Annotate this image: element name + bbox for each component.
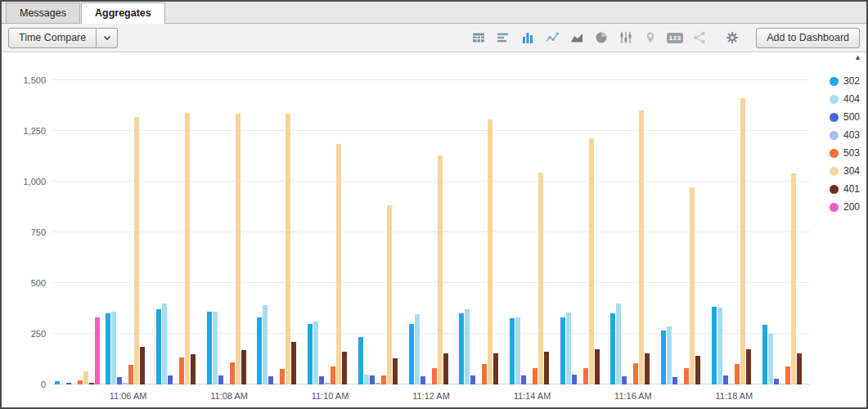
bar-403[interactable] — [578, 384, 582, 384]
bar-503[interactable] — [331, 366, 335, 384]
bar-401[interactable] — [645, 353, 650, 384]
bar-403[interactable] — [527, 384, 532, 384]
bar-404[interactable] — [111, 312, 116, 384]
bar-503[interactable] — [735, 364, 740, 384]
legend-item-500[interactable]: 500 — [830, 111, 860, 123]
bar-chart-icon[interactable] — [517, 27, 538, 48]
bar-302[interactable] — [55, 381, 60, 384]
time-compare-dropdown-button[interactable] — [97, 28, 118, 48]
bar-304[interactable] — [538, 173, 543, 384]
horizontal-bar-chart-icon[interactable] — [492, 27, 514, 48]
bar-404[interactable] — [616, 303, 621, 384]
bar-404[interactable] — [465, 309, 470, 384]
bar-503[interactable] — [583, 368, 588, 384]
candlestick-icon[interactable] — [615, 27, 636, 48]
node-link-icon[interactable] — [689, 27, 710, 48]
bar-404[interactable] — [566, 312, 571, 384]
bar-500[interactable] — [470, 375, 475, 384]
bar-500[interactable] — [218, 375, 223, 384]
bar-503[interactable] — [381, 375, 386, 384]
bar-401[interactable] — [342, 352, 347, 384]
bar-403[interactable] — [123, 383, 128, 384]
bar-200[interactable] — [95, 317, 100, 384]
bar-403[interactable] — [173, 384, 178, 384]
bar-302[interactable] — [610, 313, 615, 384]
bar-304[interactable] — [236, 114, 241, 384]
bar-500[interactable] — [723, 375, 728, 384]
bar-302[interactable] — [409, 324, 414, 384]
scroll-up-icon[interactable]: ▲ — [854, 53, 861, 61]
bar-404[interactable] — [263, 305, 268, 384]
bar-401[interactable] — [493, 353, 498, 384]
time-compare-button[interactable]: Time Compare — [8, 28, 97, 48]
legend-item-403[interactable]: 403 — [830, 129, 860, 141]
area-chart-icon[interactable] — [566, 27, 587, 48]
legend-item-503[interactable]: 503 — [830, 147, 860, 159]
bar-503[interactable] — [533, 368, 537, 384]
bar-500[interactable] — [370, 375, 375, 384]
bar-403[interactable] — [426, 384, 431, 384]
bar-503[interactable] — [179, 357, 184, 384]
bar-500[interactable] — [319, 376, 324, 384]
bar-403[interactable] — [224, 384, 229, 384]
bar-302[interactable] — [459, 313, 464, 384]
bar-404[interactable] — [667, 326, 672, 384]
bar-403[interactable] — [729, 384, 734, 384]
bar-500[interactable] — [117, 377, 122, 384]
bar-500[interactable] — [168, 375, 173, 384]
bar-302[interactable] — [358, 337, 363, 384]
bar-503[interactable] — [684, 368, 689, 384]
bar-500[interactable] — [521, 375, 526, 384]
table-icon[interactable] — [468, 27, 489, 48]
bar-503[interactable] — [78, 380, 83, 384]
bar-503[interactable] — [230, 362, 235, 384]
bar-403[interactable] — [627, 384, 632, 384]
bar-500[interactable] — [66, 383, 71, 384]
bar-302[interactable] — [207, 312, 212, 384]
gear-icon[interactable] — [722, 27, 743, 48]
bar-302[interactable] — [156, 309, 161, 384]
bar-302[interactable] — [257, 317, 262, 384]
bar-404[interactable] — [515, 317, 520, 384]
bar-503[interactable] — [128, 365, 133, 384]
legend-item-304[interactable]: 304 — [830, 165, 860, 177]
tab-messages[interactable]: Messages — [6, 2, 80, 23]
pin-icon[interactable] — [640, 27, 661, 48]
bar-304[interactable] — [589, 138, 594, 384]
bar-500[interactable] — [672, 377, 677, 384]
bar-503[interactable] — [785, 366, 790, 384]
bar-403[interactable] — [780, 384, 785, 384]
bar-401[interactable] — [797, 353, 802, 384]
bar-302[interactable] — [510, 318, 515, 384]
bar-304[interactable] — [134, 117, 139, 384]
bar-403[interactable] — [678, 384, 683, 384]
bar-404[interactable] — [768, 334, 773, 384]
bar-304[interactable] — [690, 187, 695, 384]
bar-304[interactable] — [185, 113, 190, 384]
bar-500[interactable] — [268, 376, 273, 384]
bar-302[interactable] — [762, 325, 767, 384]
legend-item-404[interactable]: 404 — [830, 93, 860, 105]
bar-403[interactable] — [274, 384, 279, 384]
bar-304[interactable] — [740, 98, 745, 384]
bar-302[interactable] — [308, 324, 313, 384]
bar-404[interactable] — [415, 314, 420, 384]
bar-401[interactable] — [241, 350, 246, 384]
line-chart-icon[interactable] — [542, 27, 563, 48]
bar-401[interactable] — [191, 354, 196, 384]
bar-404[interactable] — [364, 375, 369, 384]
bar-503[interactable] — [482, 364, 487, 384]
bar-401[interactable] — [443, 353, 448, 384]
bar-304[interactable] — [336, 144, 341, 384]
number-format-icon[interactable]: 123 — [664, 27, 686, 48]
bar-500[interactable] — [622, 376, 627, 384]
bar-304[interactable] — [286, 114, 290, 384]
bar-403[interactable] — [376, 383, 380, 384]
bar-302[interactable] — [106, 313, 110, 384]
bar-401[interactable] — [393, 358, 398, 384]
bar-401[interactable] — [544, 352, 549, 384]
bar-403[interactable] — [476, 384, 481, 384]
bar-302[interactable] — [712, 307, 717, 384]
bar-500[interactable] — [774, 379, 779, 384]
bar-404[interactable] — [313, 321, 318, 384]
